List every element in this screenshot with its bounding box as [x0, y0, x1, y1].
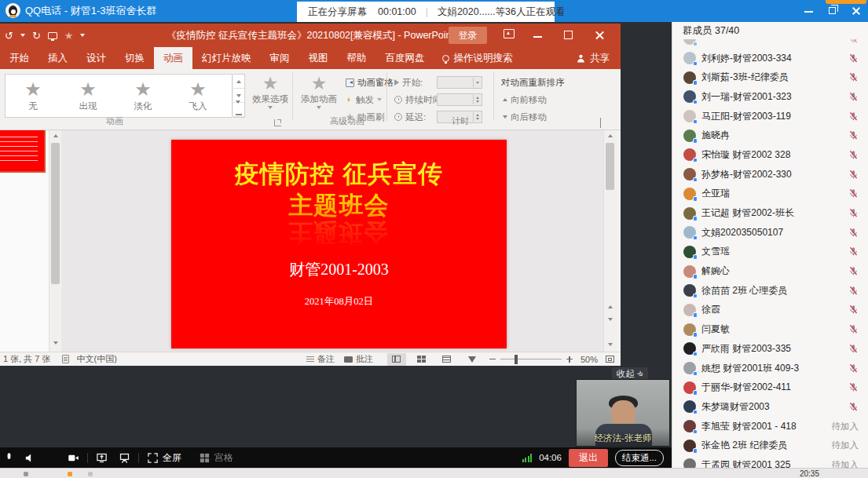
- next-slide-button[interactable]: [604, 314, 617, 325]
- slideshow-view-button[interactable]: [463, 353, 482, 366]
- end-call-button[interactable]: 结束通...: [615, 450, 664, 466]
- microphone-icon[interactable]: [3, 452, 15, 464]
- thumbnail-scrollbar[interactable]: [49, 130, 60, 352]
- spellcheck-icon[interactable]: [62, 355, 69, 363]
- member-row[interactable]: 马正阳-财管2003-119: [672, 107, 868, 126]
- member-row[interactable]: 仝亚瑞: [672, 184, 868, 204]
- ppt-minimize-icon[interactable]: [533, 36, 542, 38]
- ppt-maximize-icon[interactable]: [564, 31, 573, 39]
- windows-taskbar[interactable]: 20:35: [0, 468, 868, 478]
- teacher-video-thumbnail[interactable]: 经济法-张老师: [576, 379, 670, 447]
- language-indicator[interactable]: 中文(中国): [77, 353, 117, 365]
- dialog-launcher-icon[interactable]: [274, 119, 281, 126]
- add-animation-button[interactable]: ★ 添加动画: [297, 74, 341, 109]
- member-row[interactable]: 严欣雨 财管2003-335: [672, 339, 868, 359]
- member-row[interactable]: 刘利婷-财管2003-334: [672, 49, 868, 68]
- slide-sorter-view-button[interactable]: [412, 353, 431, 366]
- fullscreen-button[interactable]: 全屏: [147, 451, 181, 465]
- member-row[interactable]: 孙梦格-财管2002-330: [672, 165, 868, 184]
- collapse-video-button[interactable]: 收起 »: [612, 367, 648, 380]
- zoom-out-icon[interactable]: [489, 359, 496, 360]
- member-name: 施晓冉: [701, 129, 848, 142]
- ribbon-tab[interactable]: 视图: [299, 47, 338, 69]
- scroll-up-icon[interactable]: [604, 130, 617, 141]
- animation-style[interactable]: ★ 飞入: [170, 75, 225, 117]
- whiteboard-icon[interactable]: [119, 452, 130, 464]
- member-row[interactable]: 朱梦璐财管2003: [672, 397, 868, 417]
- member-row[interactable]: 刘斯茹-3班-纪律委员: [672, 68, 868, 87]
- ribbon-display-icon[interactable]: [504, 29, 515, 38]
- ribbon-tab[interactable]: 设计: [77, 47, 115, 69]
- login-button[interactable]: 登录: [449, 27, 487, 44]
- ribbon-tab[interactable]: 动画: [154, 47, 192, 69]
- slide-editing-area: 疫情防控 征兵宣传 主题班会 疫情防控 征兵宣传 主题班会 财管2001-200…: [61, 130, 603, 352]
- member-row[interactable]: 文雪瑶: [672, 243, 868, 262]
- grid-view-button[interactable]: 宫格: [199, 451, 233, 465]
- trigger-label: 触发: [356, 94, 374, 106]
- reading-view-button[interactable]: [438, 353, 456, 366]
- animation-style[interactable]: ★ 出现: [60, 75, 115, 117]
- share-screen-icon[interactable]: [96, 452, 108, 464]
- previous-slide-button[interactable]: [604, 301, 617, 312]
- ribbon-tab[interactable]: 插入: [38, 47, 77, 69]
- comments-button[interactable]: 批注: [344, 353, 373, 365]
- normal-view-button[interactable]: [387, 353, 406, 366]
- fit-slide-icon[interactable]: [606, 356, 614, 363]
- move-earlier-button[interactable]: 向前移动: [503, 93, 547, 107]
- scrollbar-thumb[interactable]: [51, 143, 60, 284]
- zoom-slider-thumb[interactable]: [515, 355, 518, 364]
- zoom-slider[interactable]: [500, 359, 562, 360]
- share-button[interactable]: 共享: [565, 47, 621, 69]
- scroll-up-icon[interactable]: [49, 130, 61, 141]
- slide-thumbnail[interactable]: [0, 130, 44, 171]
- member-row[interactable]: 施晓冉: [672, 126, 868, 145]
- minimize-button[interactable]: [797, 0, 821, 22]
- duration-input[interactable]: [437, 93, 482, 106]
- member-row[interactable]: 宋怡璇 财管2002 328: [672, 145, 868, 165]
- member-row[interactable]: 姚想 财管2001班 409-3: [672, 359, 868, 378]
- member-row[interactable]: 于丽华-财管2002-411: [672, 378, 868, 397]
- ribbon-tab[interactable]: 帮助: [338, 47, 376, 69]
- tell-me-search[interactable]: 操作说明搜索: [434, 47, 521, 69]
- scroll-down-icon[interactable]: [49, 338, 61, 348]
- member-row[interactable]: 张金艳 2班 纪律委员 待加入: [672, 436, 868, 455]
- taskbar-app-icon-orange[interactable]: [68, 472, 72, 476]
- member-row[interactable]: 解婉心: [672, 261, 868, 281]
- start-dropdown[interactable]: [437, 76, 482, 89]
- ribbon-tab[interactable]: 切换: [115, 47, 154, 69]
- collapse-ribbon-button[interactable]: [600, 119, 611, 126]
- zoom-percentage[interactable]: 50%: [580, 355, 598, 364]
- member-row[interactable]: 闫夏敏: [672, 319, 868, 339]
- animation-style[interactable]: ★ 无: [5, 75, 60, 117]
- trigger-button[interactable]: 触发: [346, 93, 382, 107]
- ribbon-tab[interactable]: 审阅: [261, 47, 299, 69]
- taskbar-app-icon[interactable]: [24, 472, 28, 476]
- notes-button[interactable]: 备注: [306, 353, 335, 365]
- exit-button[interactable]: 退出: [569, 449, 608, 467]
- speaker-icon[interactable]: [24, 452, 36, 464]
- scrollbar-thumb[interactable]: [606, 143, 614, 190]
- member-row[interactable]: 徐苗苗 2班 心理委员: [672, 281, 868, 301]
- ribbon-tab[interactable]: 幻灯片放映: [192, 47, 261, 69]
- gallery-expand-button[interactable]: [233, 103, 244, 117]
- member-row[interactable]: 徐霞: [672, 301, 868, 320]
- member-row[interactable]: 文娟202035050107: [672, 223, 868, 243]
- effect-options-button[interactable]: ★ 效果选项: [250, 74, 291, 109]
- move-later-button[interactable]: 向后移动: [503, 110, 547, 124]
- member-row[interactable]: 王记超 财管2002-班长: [672, 203, 868, 223]
- taskbar-app-icon[interactable]: [88, 472, 93, 476]
- camera-icon[interactable]: [68, 452, 79, 464]
- slide-scrollbar[interactable]: [603, 130, 616, 352]
- star-icon: ★: [79, 80, 97, 99]
- member-row[interactable]: 李旭莹 财管2001 - 418 待加入: [672, 417, 868, 436]
- zoom-in-icon[interactable]: [566, 356, 573, 363]
- grid-label: 宫格: [214, 451, 233, 465]
- ribbon-tab[interactable]: 开始: [0, 47, 38, 69]
- scroll-down-icon[interactable]: [604, 339, 617, 350]
- member-row[interactable]: 刘一瑞-财管2001-323: [672, 87, 868, 107]
- animation-style[interactable]: ★ 淡化: [115, 75, 170, 117]
- slide-canvas[interactable]: 疫情防控 征兵宣传 主题班会 疫情防控 征兵宣传 主题班会 财管2001-200…: [171, 140, 507, 348]
- gallery-up-button[interactable]: [233, 75, 244, 89]
- member-row[interactable]: [672, 39, 868, 49]
- ribbon-tab[interactable]: 百度网盘: [376, 47, 434, 69]
